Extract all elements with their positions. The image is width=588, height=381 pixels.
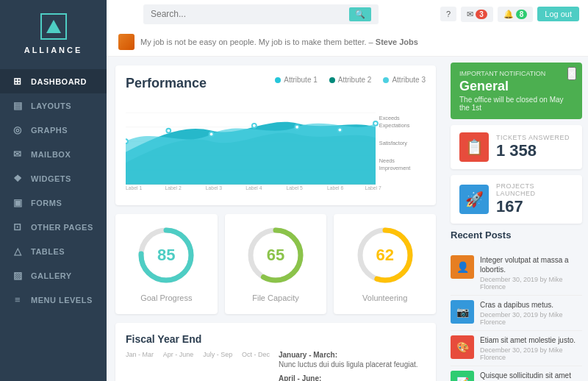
svg-point-8: [252, 124, 257, 128]
gauges-row: 85 Goal Progress 65 File Capacity: [115, 214, 436, 314]
nav-icon-other_pages: ⊡: [12, 221, 24, 232]
sidebar-item-dashboard[interactable]: ⊞DASHBOARD: [0, 69, 107, 93]
logo-triangle: [46, 20, 61, 33]
nav-label-mailbox: MAILBOX: [31, 150, 71, 159]
performance-title: Performance: [126, 76, 207, 91]
nav-icon-graphs: ◎: [12, 124, 24, 135]
nav-icon-dashboard: ⊞: [12, 76, 24, 87]
svg-point-11: [373, 121, 378, 126]
post-item[interactable]: 📷 Cras a dapibus metus. December 30, 201…: [451, 296, 582, 331]
svg-point-9: [295, 125, 299, 129]
gauge-goal-label: Goal Progress: [140, 293, 192, 302]
chart-container: Label 1 Label 2 Label 3 Label 4 Label 5 …: [126, 97, 426, 195]
gauge-vol-svg: 62: [356, 226, 415, 285]
post-title: Cras a dapibus metus.: [480, 300, 582, 310]
logo-text: ALLIANCE: [24, 46, 83, 54]
svg-point-5: [126, 139, 128, 143]
fiscal-chart: Jan - Mar Apr - June July - Sep Oct - De…: [126, 351, 270, 381]
post-title: Quisque sollicitudin sit amet risus eu s…: [480, 371, 582, 381]
bell-button[interactable]: 🔔 8: [498, 7, 534, 22]
quote-bar: My job is not be easy on people. My job …: [107, 28, 588, 57]
projects-label: PROJECTS LAUNCHED: [496, 182, 573, 197]
sidebar-item-menu_levels[interactable]: ≡MENU LEVELS: [0, 288, 107, 312]
performance-card: Performance Attribute 1Attribute 2Attrib…: [115, 65, 436, 205]
fiscal-text: January - March:Nunc luctus dui duis lig…: [279, 351, 426, 381]
projects-icon: 🚀: [459, 185, 489, 214]
main-content: 🔍 ? ✉ 3 🔔 8 Log out My job is not be eas…: [107, 0, 588, 381]
gauge-card-file: 65 File Capacity: [225, 214, 327, 314]
right-panel: × Important Notification General The off…: [445, 57, 588, 381]
content-area: Performance Attribute 1Attribute 2Attrib…: [107, 57, 588, 381]
svg-point-10: [338, 128, 343, 132]
svg-text:Label 1: Label 1: [126, 185, 143, 190]
gauge-file-svg: 65: [246, 226, 305, 285]
post-item[interactable]: 👤 Integer volutpat at massa a lobortis. …: [451, 251, 582, 296]
sidebar-item-tables[interactable]: △TABLES: [0, 239, 107, 263]
fiscal-title: Fiscal Year End: [126, 333, 426, 345]
logo: ALLIANCE: [0, 0, 107, 63]
nav-icon-mailbox: ✉: [12, 149, 24, 160]
chart-legend: Attribute 1Attribute 2Attribute 3: [275, 76, 426, 84]
nav-label-graphs: GRAPHS: [31, 126, 68, 135]
search-button[interactable]: 🔍: [349, 7, 371, 21]
svg-text:Label 7: Label 7: [365, 185, 381, 190]
gauge-vol-label: Volunteering: [362, 293, 407, 302]
sidebar-item-other_pages[interactable]: ⊡OTHER PAGES: [0, 215, 107, 239]
help-button[interactable]: ?: [440, 7, 456, 21]
sidebar-item-widgets[interactable]: ❖WIDGETS: [0, 166, 107, 190]
sidebar-item-graphs[interactable]: ◎GRAPHS: [0, 118, 107, 142]
sidebar-item-forms[interactable]: ▣FORMS: [0, 190, 107, 215]
nav-label-widgets: WIDGETS: [31, 174, 71, 183]
tickets-icon: 📋: [459, 132, 489, 162]
nav-icon-tables: △: [12, 246, 24, 257]
sidebar-item-gallery[interactable]: ▨GALLERY: [0, 263, 107, 288]
svg-text:Label 3: Label 3: [206, 185, 223, 190]
legend-dot: [383, 77, 389, 83]
gauge-file-value: 65: [267, 246, 284, 265]
search-input[interactable]: [151, 9, 349, 19]
sidebar-item-mailbox[interactable]: ✉MAILBOX: [0, 142, 107, 166]
nav-icon-menu_levels: ≡: [12, 294, 24, 305]
login-button[interactable]: Log out: [537, 7, 579, 21]
post-thumb: 📝: [451, 371, 474, 381]
mail-button[interactable]: ✉ 3: [461, 7, 493, 22]
notification-text: The office will be closed on May the 1st: [459, 96, 573, 112]
nav-label-other_pages: OTHER PAGES: [31, 223, 93, 232]
post-content: Integer volutpat at massa a lobortis. De…: [480, 255, 582, 291]
post-item[interactable]: 📝 Quisque sollicitudin sit amet risus eu…: [451, 366, 582, 381]
post-date: December 30, 2019 by Mike Florence: [480, 276, 582, 291]
post-thumb: 👤: [451, 255, 474, 279]
sidebar: ALLIANCE ⊞DASHBOARD▤LAYOUTS◎GRAPHS✉MAILB…: [0, 0, 107, 381]
projects-info: PROJECTS LAUNCHED 167: [496, 182, 573, 216]
stat-card-projects: 🚀 PROJECTS LAUNCHED 167: [451, 175, 582, 224]
post-thumb: 📷: [451, 300, 474, 324]
svg-text:Expectations: Expectations: [379, 122, 410, 129]
notification-title: General: [459, 79, 573, 94]
post-content: Cras a dapibus metus. December 30, 2019 …: [480, 300, 582, 326]
gauge-goal-value: 85: [157, 246, 175, 265]
notification-card: × Important Notification General The off…: [451, 63, 582, 119]
nav-label-gallery: GALLERY: [31, 271, 72, 280]
legend-dot: [275, 77, 281, 83]
notification-label: Important Notification: [459, 70, 573, 77]
nav-label-dashboard: DASHBOARD: [31, 77, 87, 86]
quote-avatar: [118, 34, 135, 50]
nav-label-forms: FORMS: [31, 199, 62, 207]
svg-text:Label 5: Label 5: [287, 185, 304, 190]
svg-point-7: [209, 132, 214, 137]
nav-icon-gallery: ▨: [12, 270, 24, 281]
svg-text:Needs: Needs: [379, 157, 395, 164]
post-item[interactable]: 🎨 Etiam sit amet molestie justo. Decembe…: [451, 331, 582, 366]
legend-item: Attribute 1: [275, 76, 318, 84]
nav-icon-widgets: ❖: [12, 173, 24, 184]
nav-icon-forms: ▣: [12, 197, 24, 208]
post-title: Integer volutpat at massa a lobortis.: [480, 255, 582, 274]
stat-card-tickets: 📋 TICKETS ANSWERED 1 358: [451, 125, 582, 169]
center-panel: Performance Attribute 1Attribute 2Attrib…: [107, 57, 445, 381]
bell-badge: 8: [516, 10, 528, 19]
sidebar-nav: ⊞DASHBOARD▤LAYOUTS◎GRAPHS✉MAILBOX❖WIDGET…: [0, 63, 107, 381]
fiscal-card: Fiscal Year End Jan - Mar Apr - June Jul…: [115, 323, 436, 381]
nav-label-tables: TABLES: [31, 247, 65, 256]
svg-text:Exceeds: Exceeds: [379, 115, 400, 121]
sidebar-item-layouts[interactable]: ▤LAYOUTS: [0, 93, 107, 118]
